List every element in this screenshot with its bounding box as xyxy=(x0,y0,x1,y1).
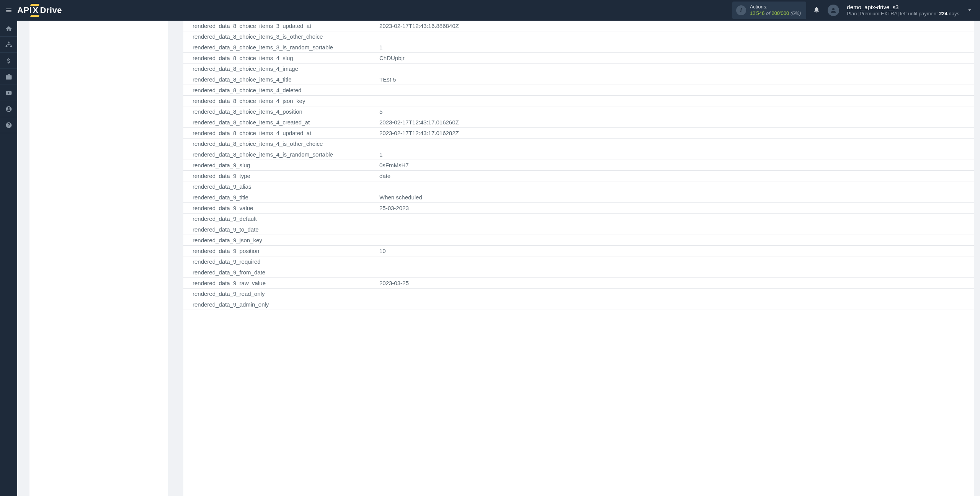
svg-point-1 xyxy=(6,45,7,46)
table-row: rendered_data_8_choice_items_4_json_key xyxy=(183,96,974,106)
left-panel xyxy=(29,21,168,496)
sidebar-item-help[interactable] xyxy=(0,117,17,133)
row-key: rendered_data_8_choice_items_3_updated_a… xyxy=(183,21,376,31)
actions-box[interactable]: i Actions: 12'546 of 200'000 (6%) xyxy=(732,2,807,19)
user-plan: Plan |Premium EXTRA| left until payment … xyxy=(847,11,959,17)
table-row: rendered_data_8_choice_items_4_created_a… xyxy=(183,117,974,128)
row-value xyxy=(376,267,974,278)
logo-x: X xyxy=(32,5,39,15)
table-row: rendered_data_9_json_key xyxy=(183,235,974,246)
table-row: rendered_data_8_choice_items_4_updated_a… xyxy=(183,128,974,139)
row-key: rendered_data_9_json_key xyxy=(183,235,376,246)
table-row: rendered_data_9_value25-03-2023 xyxy=(183,203,974,214)
row-value: 5 xyxy=(376,106,974,117)
row-value: TEst 5 xyxy=(376,74,974,85)
actions-count: 12'546 xyxy=(750,10,765,16)
row-key: rendered_data_9_type xyxy=(183,171,376,181)
info-icon: i xyxy=(736,5,746,15)
logo-drive: Drive xyxy=(40,5,62,15)
table-row: rendered_data_9_to_date xyxy=(183,224,974,235)
row-key: rendered_data_8_choice_items_4_deleted xyxy=(183,85,376,96)
table-row: rendered_data_8_choice_items_4_deleted xyxy=(183,85,974,96)
row-value xyxy=(376,85,974,96)
actions-label: Actions: xyxy=(750,4,801,10)
table-row: rendered_data_9_required xyxy=(183,256,974,267)
row-value: 10 xyxy=(376,246,974,256)
table-row: rendered_data_8_choice_items_4_position5 xyxy=(183,106,974,117)
row-value xyxy=(376,64,974,74)
table-row: rendered_data_8_choice_items_4_slugChDUp… xyxy=(183,53,974,64)
sidebar-item-connections[interactable] xyxy=(0,37,17,53)
row-value: ChDUpbjr xyxy=(376,53,974,64)
row-value: 2023-02-17T12:43:17.016260Z xyxy=(376,117,974,128)
row-key: rendered_data_9_admin_only xyxy=(183,299,376,310)
table-row: rendered_data_9_slug0sFmMsH7 xyxy=(183,160,974,171)
logo-api: API xyxy=(17,5,32,15)
sidebar-item-home[interactable] xyxy=(0,21,17,37)
row-value: 2023-02-17T12:43:16.886840Z xyxy=(376,21,974,31)
table-row: rendered_data_8_choice_items_4_titleTEst… xyxy=(183,74,974,85)
table-row: rendered_data_9_read_only xyxy=(183,289,974,299)
table-row: rendered_data_9_from_date xyxy=(183,267,974,278)
row-value xyxy=(376,96,974,106)
table-row: rendered_data_8_choice_items_3_is_random… xyxy=(183,42,974,53)
sidebar-item-billing[interactable] xyxy=(0,53,17,69)
row-key: rendered_data_8_choice_items_4_title xyxy=(183,74,376,85)
row-key: rendered_data_9_required xyxy=(183,256,376,267)
user-block[interactable]: demo_apix-drive_s3 Plan |Premium EXTRA| … xyxy=(847,3,959,17)
row-value xyxy=(376,299,974,310)
row-key: rendered_data_8_choice_items_4_json_key xyxy=(183,96,376,106)
svg-point-0 xyxy=(8,42,9,43)
row-value xyxy=(376,181,974,192)
row-key: rendered_data_9_default xyxy=(183,214,376,224)
user-name: demo_apix-drive_s3 xyxy=(847,3,959,11)
row-value xyxy=(376,235,974,246)
row-key: rendered_data_9_read_only xyxy=(183,289,376,299)
svg-point-3 xyxy=(8,44,9,45)
table-row: rendered_data_9_position10 xyxy=(183,246,974,256)
table-row: rendered_data_8_choice_items_3_is_other_… xyxy=(183,31,974,42)
sidebar-item-account[interactable] xyxy=(0,101,17,117)
row-value: 1 xyxy=(376,42,974,53)
table-row: rendered_data_9_admin_only xyxy=(183,299,974,310)
row-key: rendered_data_9_raw_value xyxy=(183,278,376,289)
actions-pct: (6%) xyxy=(791,10,801,16)
row-key: rendered_data_9_value xyxy=(183,203,376,214)
svg-point-2 xyxy=(10,45,11,46)
row-key: rendered_data_9_title xyxy=(183,192,376,203)
row-value: 0sFmMsH7 xyxy=(376,160,974,171)
sidebar-item-video[interactable] xyxy=(0,85,17,101)
row-value: 25-03-2023 xyxy=(376,203,974,214)
table-row: rendered_data_9_typedate xyxy=(183,171,974,181)
row-key: rendered_data_8_choice_items_4_image xyxy=(183,64,376,74)
bell-icon[interactable] xyxy=(813,6,820,15)
row-key: rendered_data_8_choice_items_4_slug xyxy=(183,53,376,64)
row-key: rendered_data_8_choice_items_3_is_other_… xyxy=(183,31,376,42)
row-key: rendered_data_9_from_date xyxy=(183,267,376,278)
sidebar-item-briefcase[interactable] xyxy=(0,69,17,85)
row-value xyxy=(376,224,974,235)
row-key: rendered_data_8_choice_items_4_is_random… xyxy=(183,149,376,160)
table-row: rendered_data_8_choice_items_4_is_other_… xyxy=(183,139,974,149)
user-avatar-icon[interactable] xyxy=(828,5,839,16)
actions-text: Actions: 12'546 of 200'000 (6%) xyxy=(750,4,801,17)
row-value xyxy=(376,139,974,149)
data-table: rendered_data_8_choice_items_3_updated_a… xyxy=(183,21,974,310)
logo[interactable]: APIXDrive xyxy=(17,5,62,15)
row-key: rendered_data_9_to_date xyxy=(183,224,376,235)
row-key: rendered_data_9_slug xyxy=(183,160,376,171)
table-row: rendered_data_8_choice_items_4_image xyxy=(183,64,974,74)
row-key: rendered_data_9_alias xyxy=(183,181,376,192)
row-key: rendered_data_8_choice_items_4_updated_a… xyxy=(183,128,376,139)
row-value xyxy=(376,214,974,224)
sidebar xyxy=(0,21,17,496)
row-value xyxy=(376,31,974,42)
table-row: rendered_data_9_raw_value2023-03-25 xyxy=(183,278,974,289)
table-row: rendered_data_9_alias xyxy=(183,181,974,192)
row-value: When scheduled xyxy=(376,192,974,203)
row-key: rendered_data_8_choice_items_4_position xyxy=(183,106,376,117)
row-value: 1 xyxy=(376,149,974,160)
row-key: rendered_data_8_choice_items_3_is_random… xyxy=(183,42,376,53)
hamburger-menu[interactable] xyxy=(0,7,17,14)
chevron-down-icon[interactable] xyxy=(966,7,973,15)
